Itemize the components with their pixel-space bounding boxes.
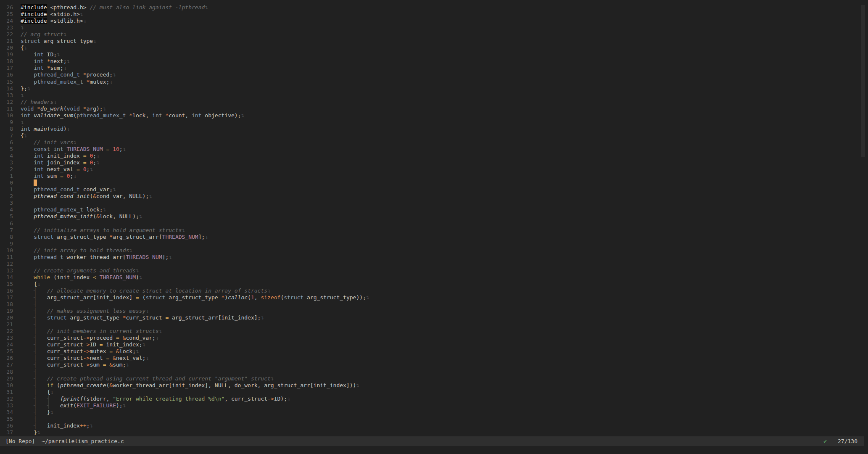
indent-guide-icon: ┤ (34, 341, 37, 348)
code-line[interactable]: 29 ┤ // create pthread using current thr… (0, 375, 868, 382)
code-buffer[interactable]: 26#include <pthread.h> // must also link… (0, 4, 868, 436)
code-line[interactable]: 15 pthread_mutex_t *mutex;↴ (0, 79, 868, 85)
code-line[interactable]: 21struct arg_struct_type↴ (0, 38, 868, 45)
status-left: [No Repo] ~/parrallelism_practice.c (5, 436, 124, 446)
code-line[interactable]: 7 // initialize arrays to hold argument … (0, 227, 868, 234)
code-line[interactable]: 14};↴ (0, 85, 868, 92)
code-segment: ID (90, 341, 99, 348)
code-line[interactable]: 36 ┤ init_index++;↴ (0, 422, 868, 429)
code-segment (21, 79, 34, 85)
code-line[interactable]: 4 pthread_mutex_t lock;↴ (0, 206, 868, 213)
code-line[interactable]: 12// headers↴ (0, 99, 868, 106)
code-line[interactable]: 16 pthread_cond_t *proceed;↴ (0, 71, 868, 78)
code-line[interactable]: 20{↴ (0, 45, 868, 51)
line-number: 0 (0, 179, 13, 186)
code-line[interactable]: 23↴ (0, 24, 868, 31)
code-line[interactable]: 19 int ID;↴ (0, 51, 868, 58)
eol-marker-icon: ↴ (57, 51, 60, 58)
code-line[interactable]: 35 ┤ (0, 416, 868, 422)
code-line[interactable]: 16 ┤ // allocate memory to create struct… (0, 288, 868, 294)
code-line[interactable]: 13 // create arguments and threads↴ (0, 267, 868, 274)
code-line[interactable]: 31 ┤ {↴ (0, 389, 868, 396)
code-line[interactable]: 12 (0, 261, 868, 267)
eol-marker-icon: ↴ (103, 106, 106, 112)
code-segment: -> (83, 348, 90, 354)
code-line[interactable]: 24 ┤ curr_struct->ID = init_index;↴ (0, 341, 868, 348)
code-line[interactable]: 1 pthread_cond_t cond_var;↴ (0, 186, 868, 193)
code-segment: ; (119, 146, 123, 152)
code-line[interactable]: 27 ┤ curr_struct->sum = &sum;↴ (0, 362, 868, 368)
code-line[interactable]: 33 ┤ ┤ exit(EXIT_FAILURE);↴ (0, 402, 868, 409)
code-line[interactable]: 17 int *sum;↴ (0, 65, 868, 71)
code-line[interactable]: 32 ┤ ┤ fprintf(stderr, "Error while crea… (0, 396, 868, 402)
scrollbar-thumb[interactable] (861, 5, 865, 157)
code-line[interactable]: 3 int join_index = 0;↴ (0, 159, 868, 166)
code-segment: <stdlib.h> (47, 18, 83, 24)
code-line[interactable]: 0 (0, 179, 868, 186)
indent-space (21, 321, 34, 327)
code-line[interactable]: 25 ┤ curr_struct->mutex = &lock;↴ (0, 348, 868, 355)
code-segment: arg_struct_type (67, 314, 123, 321)
code-segment: * (83, 106, 87, 112)
code-line[interactable]: 26#include <pthread.h> // must also link… (0, 4, 868, 11)
line-number: 31 (0, 389, 13, 396)
code-segment: { (21, 132, 24, 139)
code-line[interactable]: 37 }↴ (0, 429, 868, 436)
code-segment: ID; (44, 51, 57, 58)
code-segment: pthread_create (60, 382, 106, 388)
code-line[interactable]: 23 ┤ curr_struct->proceed = &cond_var;↴ (0, 335, 868, 341)
code-segment: (init_index (50, 274, 93, 280)
code-line[interactable]: 1 int sum = 0;↴ (0, 173, 868, 179)
code-line[interactable]: 34 ┤ }↴ (0, 409, 868, 416)
code-line[interactable]: 25#include <stdio.h>↴ (0, 11, 868, 18)
code-line[interactable]: 9↴ (0, 119, 868, 126)
code-line[interactable]: 4 int init_index = 0;↴ (0, 153, 868, 159)
code-line[interactable]: 14 while (init_index < THREADS_NUM)↴ (0, 274, 868, 281)
code-line[interactable]: 5 const int THREADS_NUM = 10;↴ (0, 146, 868, 153)
indent-space (21, 348, 34, 354)
code-line[interactable]: 3 (0, 200, 868, 206)
code-line[interactable]: 10int validate_sum(pthread_mutex_t *lock… (0, 112, 868, 119)
code-line[interactable]: 11void *do_work(void *arg);↴ (0, 106, 868, 112)
code-line[interactable]: 21 ┤ (0, 321, 868, 328)
code-line[interactable]: 13↴ (0, 92, 868, 99)
eol-marker-icon: ↴ (261, 314, 264, 321)
code-line[interactable]: 18 ┤ (0, 301, 868, 308)
line-number: 37 (0, 429, 13, 436)
code-segment: int (192, 112, 201, 119)
repo-badge: [No Repo] (5, 438, 35, 444)
code-segment: THREADS_NUM (162, 234, 198, 240)
code-line[interactable]: 15 {↴ (0, 281, 868, 288)
code-segment: <stdio.h> (47, 11, 80, 17)
code-line[interactable]: 6 // init vars↴ (0, 139, 868, 146)
code-segment: pthread_cond_t (34, 186, 80, 193)
code-line[interactable]: 8 struct arg_struct_type *arg_struct_arr… (0, 234, 868, 240)
code-line[interactable]: 11 pthread_t worker_thread_arr[THREADS_N… (0, 254, 868, 261)
code-line[interactable]: 26 ┤ curr_struct->next = &next_val;↴ (0, 355, 868, 362)
code-line[interactable]: 5 pthread_mutex_init(&lock, NULL);↴ (0, 213, 868, 220)
code-line[interactable]: 22 ┤ // init members in current structs↴ (0, 328, 868, 335)
code-line[interactable]: 30 ┤ if (pthread_create(&worker_thread_a… (0, 382, 868, 389)
code-line[interactable]: 19 ┤ // makes assignment less messy↴ (0, 308, 868, 314)
eol-marker-icon: ↴ (366, 294, 369, 301)
line-number: 19 (0, 51, 13, 58)
code-line[interactable]: 2 pthread_cond_init(&cond_var, NULL);↴ (0, 193, 868, 200)
code-line[interactable]: 17 ┤ arg_struct_arr[init_index] = (struc… (0, 294, 868, 301)
code-line[interactable]: 7{↴ (0, 132, 868, 139)
code-segment: sum; (113, 362, 126, 368)
code-line[interactable]: 20 ┤ struct arg_struct_type *curr_struct… (0, 314, 868, 321)
code-segment: 10 (113, 146, 119, 152)
code-line[interactable]: 28 ┤ (0, 369, 868, 375)
code-segment: ( (63, 106, 67, 112)
code-line[interactable]: 6 (0, 220, 868, 227)
code-line[interactable]: 2 int next_val = 0;↴ (0, 166, 868, 173)
code-line[interactable]: 9 (0, 240, 868, 247)
code-line[interactable]: 18 int *next;↴ (0, 58, 868, 65)
code-segment: -> (83, 362, 90, 368)
code-line[interactable]: 8int main(void)↴ (0, 126, 868, 132)
indent-guide-icon: ┤ (34, 416, 37, 422)
code-line[interactable]: 10 // init array to hold threads↴ (0, 247, 868, 254)
code-line[interactable]: 22// arg struct↴ (0, 31, 868, 38)
code-line[interactable]: 24#include <stdlib.h>↴ (0, 18, 868, 24)
text-cursor (34, 179, 37, 186)
